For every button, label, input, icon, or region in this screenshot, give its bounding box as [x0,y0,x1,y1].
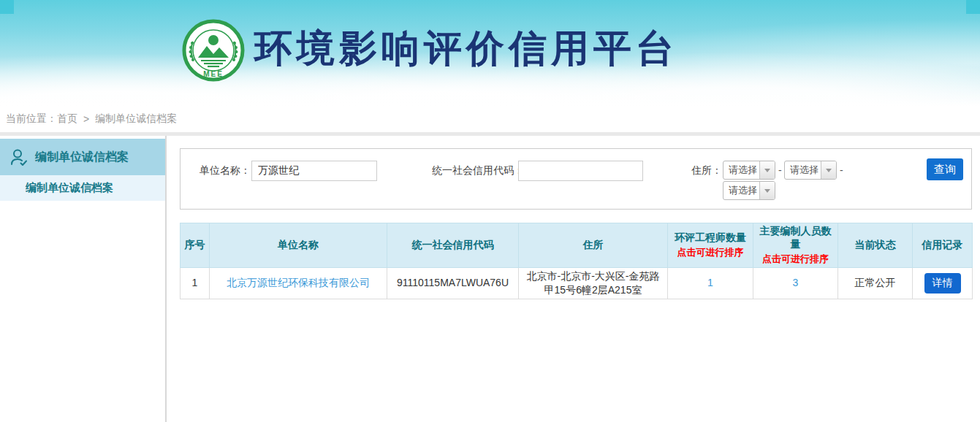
sidebar: 编制单位诚信档案 编制单位诚信档案 [0,136,167,422]
sidebar-item-label: 编制单位诚信档案 [26,181,113,195]
col-credit-record: 信用记录 [913,223,973,268]
logo-mee-text: MEE [203,70,224,78]
engineer-count-link[interactable]: 1 [707,277,713,288]
col-address: 住所 [519,223,668,268]
col-staff-count-sortable[interactable]: 主要编制人员数量 点击可进行排序 [753,223,838,268]
col-engineer-count-sortable[interactable]: 环评工程师数量 点击可进行排序 [668,223,753,268]
content-area: 单位名称： 统一社会信用代码： 住所： 请选择 - 请选择 - 请选择 查询 [167,136,980,422]
address-label: 住所： [691,161,722,180]
credit-code-label: 统一社会信用代码： [432,161,524,180]
chevron-down-icon[interactable] [759,161,775,179]
query-button[interactable]: 查询 [927,158,963,180]
sidebar-item-archives[interactable]: 编制单位诚信档案 [0,175,165,201]
sort-hint[interactable]: 点击可进行排序 [669,246,751,259]
company-link[interactable]: 北京万源世纪环保科技有限公司 [227,277,370,288]
cell-status: 正常公开 [838,268,913,299]
staff-count-link[interactable]: 3 [793,277,799,288]
sort-hint[interactable]: 点击可进行排序 [755,253,836,266]
results-table: 序号 单位名称 统一社会信用代码 住所 环评工程师数量 点击可进行排序 主要编制… [180,223,973,299]
cell-address: 北京市-北京市-大兴区-金苑路甲15号6幢2层A215室 [519,268,668,299]
detail-button[interactable]: 详情 [924,273,961,294]
breadcrumb-separator: > [83,113,89,125]
chevron-down-icon[interactable] [759,182,775,199]
cell-credit-code: 91110115MA7LWUA76U [387,268,519,299]
col-credit-code: 统一社会信用代码 [387,223,519,268]
page-title: 环境影响评价信用平台 [254,29,678,67]
search-panel: 单位名称： 统一社会信用代码： 住所： 请选择 - 请选择 - 请选择 查询 [180,148,972,210]
site-header: MEE 环境影响评价信用平台 [0,0,980,106]
cell-index: 1 [181,268,210,299]
address-city-select[interactable]: 请选择 [784,161,837,180]
sky-corner-decoration [0,0,14,14]
sidebar-group-archives[interactable]: 编制单位诚信档案 [0,139,165,175]
table-header-row: 序号 单位名称 统一社会信用代码 住所 环评工程师数量 点击可进行排序 主要编制… [181,223,973,268]
table-row: 1 北京万源世纪环保科技有限公司 91110115MA7LWUA76U 北京市-… [181,268,973,299]
col-status: 当前状态 [838,223,913,268]
unit-name-label: 单位名称： [200,161,251,180]
select-value: 请选择 [723,182,759,199]
address-dash: - [778,161,782,180]
col-index: 序号 [181,223,210,268]
mee-logo: MEE [182,19,245,82]
address-province-select[interactable]: 请选择 [723,161,775,180]
address-district-select[interactable]: 请选择 [723,181,775,200]
credit-code-input[interactable] [518,161,643,181]
select-value: 请选择 [723,161,759,179]
chevron-down-icon[interactable] [821,161,836,179]
unit-name-input[interactable] [251,161,377,181]
address-dash: - [840,161,843,180]
breadcrumb-current: 编制单位诚信档案 [95,112,177,126]
breadcrumb: 当前位置： 首页 > 编制单位诚信档案 [0,106,980,132]
breadcrumb-home-link[interactable]: 首页 [57,112,77,126]
col-company: 单位名称 [210,223,387,268]
select-value: 请选择 [785,161,821,179]
user-check-icon [9,147,29,167]
breadcrumb-label: 当前位置： [6,112,57,126]
sidebar-group-label: 编制单位诚信档案 [35,150,129,165]
sky-corner-decoration [966,0,980,14]
